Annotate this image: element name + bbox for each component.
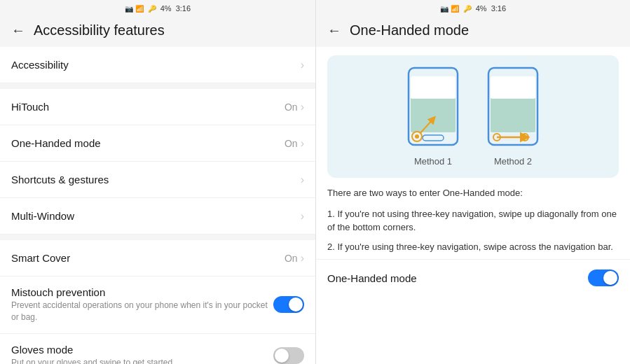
phones-container — [402, 66, 545, 150]
phone1-svg — [402, 66, 465, 150]
mistouch-item[interactable]: Mistouch prevention Prevent accidental o… — [0, 276, 315, 334]
svg-rect-2 — [411, 76, 456, 99]
svg-rect-3 — [423, 135, 444, 141]
right-back-button[interactable]: ← — [327, 22, 341, 38]
left-battery: 4% — [160, 4, 172, 13]
one-handed-toggle-knob — [603, 271, 617, 285]
hitouch-value: On — [285, 102, 298, 113]
gloves-toggle[interactable] — [273, 347, 304, 364]
divider-2 — [0, 234, 315, 240]
method1-label: Method 1 — [402, 156, 465, 167]
multi-window-chevron: › — [301, 210, 304, 223]
accessibility-label: Accessibility — [11, 59, 301, 71]
gloves-toggle-knob — [275, 349, 289, 363]
gloves-label: Gloves mode — [11, 344, 273, 356]
description-section: There are two ways to enter One-Handed m… — [316, 186, 630, 253]
right-page-title: One-Handed mode — [350, 22, 469, 38]
mistouch-toggle-knob — [289, 298, 303, 312]
one-handed-toggle-row: One-Handed mode — [316, 259, 630, 296]
right-content: Method 1 Method 2 There are two ways to … — [316, 47, 630, 364]
left-status-icons: 📷 📶 — [125, 5, 144, 13]
methods-labels: Method 1 Method 2 — [402, 156, 545, 167]
gloves-item[interactable]: Gloves mode Put on your gloves and swipe… — [0, 334, 315, 364]
settings-list: Accessibility › HiTouch On › One-Handed … — [0, 47, 315, 364]
right-status-bar: 📷 📶 🔑 4% 3:16 — [316, 0, 630, 17]
left-time: 3:16 — [176, 4, 191, 13]
hitouch-item[interactable]: HiTouch On › — [0, 89, 315, 125]
left-panel: 📷 📶 🔑 4% 3:16 ← Accessibility features A… — [0, 0, 315, 364]
phone-method1 — [402, 66, 465, 150]
divider-1 — [0, 83, 315, 89]
method2-label: Method 2 — [481, 156, 545, 167]
right-header: ← One-Handed mode — [316, 17, 630, 47]
svg-point-5 — [415, 134, 419, 139]
left-status-bar: 📷 📶 🔑 4% 3:16 — [0, 0, 315, 17]
smart-cover-label: Smart Cover — [11, 252, 285, 264]
svg-rect-9 — [491, 76, 535, 99]
smart-cover-item[interactable]: Smart Cover On › — [0, 240, 315, 276]
one-handed-label: One-Handed mode — [11, 137, 285, 149]
phone-method2 — [481, 66, 545, 150]
phone2-svg — [481, 66, 545, 150]
right-status-icons: 📷 📶 — [440, 5, 459, 13]
shortcuts-label: Shortcuts & gestures — [11, 174, 301, 186]
multi-window-label: Multi-Window — [11, 210, 301, 222]
right-battery: 4% — [476, 4, 487, 13]
left-header: ← Accessibility features — [0, 17, 315, 47]
shortcuts-chevron: › — [301, 174, 304, 186]
hitouch-chevron: › — [301, 101, 304, 113]
illustration-container: Method 1 Method 2 — [327, 55, 619, 178]
multi-window-item[interactable]: Multi-Window › — [0, 198, 315, 234]
hitouch-label: HiTouch — [11, 101, 285, 113]
step2-text: 2. If you're using three-key navigation,… — [327, 240, 619, 254]
right-panel: 📷 📶 🔑 4% 3:16 ← One-Handed mode — [315, 0, 630, 364]
accessibility-item[interactable]: Accessibility › — [0, 47, 315, 83]
left-page-title: Accessibility features — [34, 22, 165, 38]
left-back-button[interactable]: ← — [11, 22, 25, 38]
one-handed-toggle-label: One-Handed mode — [327, 272, 588, 284]
left-key-icon: 🔑 — [148, 5, 156, 13]
smart-cover-value: On — [285, 253, 298, 264]
right-key-icon: 🔑 — [463, 5, 472, 13]
one-handed-value: On — [285, 138, 298, 149]
shortcuts-item[interactable]: Shortcuts & gestures › — [0, 162, 315, 198]
step1-text: 1. If you're not using three-key navigat… — [327, 207, 619, 234]
mistouch-subtitle: Prevent accidental operations on your ph… — [11, 300, 273, 323]
accessibility-chevron: › — [301, 59, 304, 71]
mistouch-label: Mistouch prevention — [11, 286, 273, 298]
gloves-subtitle: Put on your gloves and swipe to get star… — [11, 357, 273, 364]
smart-cover-chevron: › — [301, 252, 304, 265]
right-time: 3:16 — [491, 4, 506, 13]
one-handed-chevron: › — [301, 137, 304, 150]
one-handed-toggle[interactable] — [588, 270, 619, 286]
description-text: There are two ways to enter One-Handed m… — [327, 186, 619, 200]
one-handed-item[interactable]: One-Handed mode On › — [0, 125, 315, 162]
mistouch-toggle[interactable] — [273, 296, 304, 313]
